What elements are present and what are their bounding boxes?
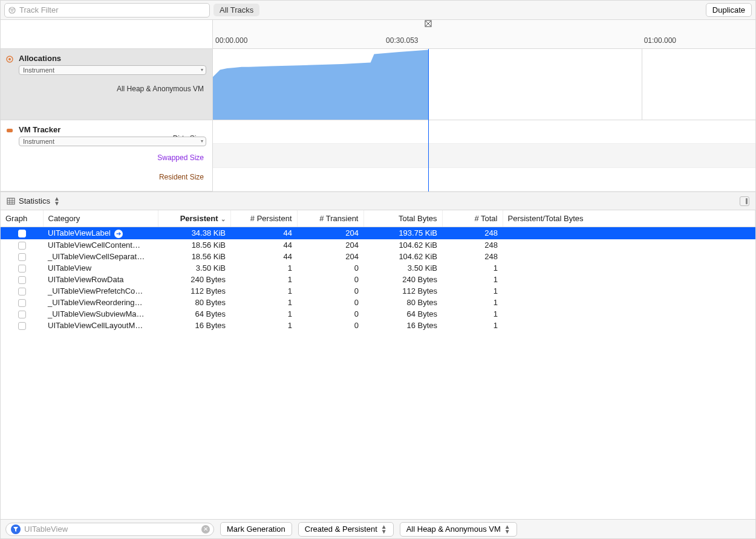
col-category[interactable]: Category	[43, 210, 158, 227]
cell-category: UITableViewCellLayoutM…	[43, 320, 158, 331]
allocations-sublabel: All Heap & Anonymous VM	[19, 85, 206, 93]
col-n-transient[interactable]: # Transient	[297, 210, 363, 227]
top-toolbar: Track Filter All Tracks Duplicate	[1, 1, 755, 20]
time-ruler[interactable]: 00:00.000 00:30.053 01:00.000	[213, 20, 755, 49]
cell-persistent: 3.50 KiB	[158, 262, 230, 274]
cell-total-bytes: 193.75 KiB	[363, 227, 442, 239]
vm-row-swapped-label: Swapped Size	[157, 153, 204, 162]
cell-n-persistent: 44	[230, 251, 297, 262]
ruler-tick: 01:00.000	[644, 36, 676, 45]
disclosure-arrow-icon[interactable]	[114, 230, 123, 238]
table-row[interactable]: UITableViewRowData240 Bytes10240 Bytes1	[1, 274, 755, 285]
cell-ratio	[503, 227, 755, 239]
statistics-strip: Statistics ▲▼	[1, 192, 755, 210]
cell-n-transient: 0	[297, 274, 363, 285]
cell-category: UITableView	[43, 262, 158, 274]
col-n-total[interactable]: # Total	[442, 210, 503, 227]
graph-checkbox[interactable]	[18, 230, 26, 237]
col-ratio[interactable]: Persistent/Total Bytes	[503, 210, 755, 227]
heap-anon-select[interactable]: All Heap & Anonymous VM▲▼	[400, 522, 517, 537]
statistics-label[interactable]: Statistics	[19, 196, 50, 205]
table-row[interactable]: UITableView3.50 KiB103.50 KiB1	[1, 262, 755, 274]
track-allocations-title: Allocations	[19, 54, 206, 63]
cell-n-persistent: 1	[230, 297, 297, 308]
cell-n-transient: 0	[297, 285, 363, 297]
col-persistent[interactable]: Persistent⌄	[158, 210, 230, 227]
cell-persistent: 240 Bytes	[158, 274, 230, 285]
table-row[interactable]: _UITableViewSubviewMa…64 Bytes1064 Bytes…	[1, 308, 755, 320]
track-vm-tracker[interactable]: VM Tracker Instrument Dirty Size Swapped…	[1, 120, 212, 192]
ruler-tick: 00:00.000	[215, 36, 247, 45]
graph-checkbox[interactable]	[18, 288, 26, 295]
graph-checkbox[interactable]	[18, 253, 26, 261]
timeline-area: Allocations Instrument All Heap & Anonym…	[1, 20, 755, 192]
updown-icon[interactable]: ▲▼	[54, 196, 60, 206]
inspector-toggle-button[interactable]	[740, 196, 749, 206]
vm-tracker-icon	[5, 126, 14, 135]
statistics-table: Graph Category Persistent⌄ # Persistent …	[1, 210, 755, 331]
cell-n-persistent: 1	[230, 274, 297, 285]
cell-n-total: 1	[442, 262, 503, 274]
filter-funnel-icon	[8, 7, 16, 14]
cell-category: _UITableViewReordering…	[43, 297, 158, 308]
cell-n-persistent: 1	[230, 320, 297, 331]
vm-strip-swapped	[213, 144, 755, 167]
cell-n-persistent: 1	[230, 308, 297, 320]
table-row[interactable]: _UITableViewReordering…80 Bytes1080 Byte…	[1, 297, 755, 308]
graph-checkbox[interactable]	[18, 322, 26, 330]
allocations-area-chart	[213, 49, 428, 120]
cell-persistent: 18.56 KiB	[158, 239, 230, 251]
clear-filter-button[interactable]: ✕	[201, 525, 210, 534]
table-header-row: Graph Category Persistent⌄ # Persistent …	[1, 210, 755, 227]
graph-checkbox[interactable]	[18, 276, 26, 284]
table-row[interactable]: UITableViewCellLayoutM…16 Bytes1016 Byte…	[1, 320, 755, 331]
graph-checkbox[interactable]	[18, 265, 26, 273]
mark-generation-button[interactable]: Mark Generation	[220, 522, 292, 536]
instruments-window: Track Filter All Tracks Duplicate Alloca…	[0, 0, 756, 539]
svg-point-2	[8, 58, 11, 60]
instrument-badge-vm[interactable]: Instrument	[19, 137, 206, 146]
bottom-toolbar: UITableView ✕ Mark Generation Created & …	[1, 519, 755, 538]
timeline-lanes[interactable]: 00:00.000 00:30.053 01:00.000	[213, 20, 755, 192]
col-graph[interactable]: Graph	[1, 210, 43, 227]
created-persistent-select[interactable]: Created & Persistent▲▼	[298, 522, 394, 537]
cell-total-bytes: 16 Bytes	[363, 320, 442, 331]
track-filter-field[interactable]: Track Filter	[4, 3, 210, 18]
cell-ratio	[503, 297, 755, 308]
table-row[interactable]: UITableViewLabel34.38 KiB44204193.75 KiB…	[1, 227, 755, 239]
playhead-line[interactable]	[428, 49, 429, 192]
playhead-flag-icon[interactable]	[425, 20, 432, 27]
updown-icon: ▲▼	[381, 524, 387, 534]
cell-category: UITableViewCellContent…	[43, 239, 158, 251]
cell-total-bytes: 112 Bytes	[363, 285, 442, 297]
cell-n-total: 1	[442, 274, 503, 285]
track-allocations[interactable]: Allocations Instrument All Heap & Anonym…	[1, 49, 212, 120]
svg-rect-5	[7, 198, 15, 204]
vm-strip-dirty	[213, 120, 755, 144]
all-tracks-pill[interactable]: All Tracks	[213, 4, 259, 16]
table-row[interactable]: _UITableViewPrefetchCo…112 Bytes10112 By…	[1, 285, 755, 297]
cell-n-transient: 204	[297, 251, 363, 262]
svg-rect-3	[7, 129, 13, 132]
graph-checkbox[interactable]	[18, 299, 26, 307]
category-filter-field[interactable]: UITableView ✕	[5, 523, 214, 536]
instrument-badge-allocations[interactable]: Instrument	[19, 65, 206, 75]
cell-total-bytes: 240 Bytes	[363, 274, 442, 285]
cell-n-persistent: 44	[230, 239, 297, 251]
ruler-tick: 00:30.053	[386, 36, 418, 45]
col-n-persistent[interactable]: # Persistent	[230, 210, 297, 227]
vm-tracker-lane[interactable]	[213, 120, 755, 192]
allocations-lane[interactable]	[213, 49, 755, 120]
graph-checkbox[interactable]	[18, 242, 26, 250]
col-total-bytes[interactable]: Total Bytes	[363, 210, 442, 227]
cell-category: _UITableViewSubviewMa…	[43, 308, 158, 320]
cell-total-bytes: 64 Bytes	[363, 308, 442, 320]
table-row[interactable]: UITableViewCellContent…18.56 KiB44204104…	[1, 239, 755, 251]
cell-persistent: 16 Bytes	[158, 320, 230, 331]
graph-checkbox[interactable]	[18, 311, 26, 318]
statistics-table-wrap[interactable]: Graph Category Persistent⌄ # Persistent …	[1, 210, 755, 519]
grid-divider	[642, 49, 642, 120]
cell-n-total: 1	[442, 320, 503, 331]
table-row[interactable]: _UITableViewCellSeparat…18.56 KiB4420410…	[1, 251, 755, 262]
duplicate-button[interactable]: Duplicate	[706, 3, 752, 17]
